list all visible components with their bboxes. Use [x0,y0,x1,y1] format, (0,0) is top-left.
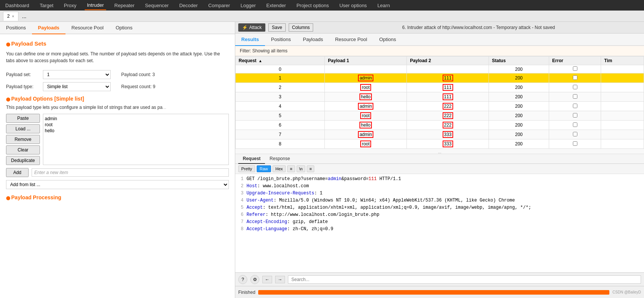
cell-request: 2 [236,83,325,92]
bottom-tab-request[interactable]: Request [238,154,265,164]
table-row[interactable]: 4 admin 222 200 [236,102,644,111]
payload-set-select[interactable]: 1 2 [43,70,111,79]
payload-editor: Paste Load ... Remove Clear Deduplicate … [6,114,229,165]
cell-error[interactable] [549,121,601,130]
right-tab-resource-pool[interactable]: Resource Pool [329,34,373,46]
right-tab-positions[interactable]: Positions [265,34,297,46]
nav-intruder[interactable]: Intruder [85,1,106,10]
left-content: Payload Sets You can define one or more … [0,34,235,298]
table-row[interactable]: 3 hello 111 200 [236,92,644,102]
save-button[interactable]: Save [268,23,285,32]
request-line-1: 1 GET /login_brute.php?username=admin&pa… [238,176,641,182]
table-row[interactable]: 7 admin 333 200 [236,130,644,139]
filter-bar: Filter: Showing all items [235,46,644,56]
bottom-tab-response[interactable]: Response [265,154,294,164]
col-error[interactable]: Error [549,57,601,65]
add-item-input[interactable] [32,168,229,177]
nav-extender[interactable]: Extender [264,1,288,10]
columns-button[interactable]: Columns [289,23,313,32]
fmt-raw[interactable]: Raw [257,165,271,172]
tab-2-label: 2 [7,14,10,19]
cell-error[interactable] [549,83,601,92]
payload-type-select[interactable]: Simple list Runtime file Custom iterator [43,82,111,91]
nav-decoder[interactable]: Decoder [177,1,200,10]
close-tab-2[interactable]: × [12,14,14,18]
nav-learn[interactable]: Learn [375,1,392,10]
cell-error[interactable] [549,92,601,102]
nav-repeater[interactable]: Repeater [112,1,137,10]
table-row[interactable]: 6 hello 222 200 [236,121,644,130]
right-tabs: Results Positions Payloads Resource Pool… [235,34,644,46]
nav-proxy[interactable]: Proxy [62,1,79,10]
cell-tim [601,130,644,139]
tab-more[interactable]: ... [18,12,30,21]
col-payload2[interactable]: Payload 2 [407,57,489,65]
tab-resource-pool[interactable]: Resource Pool [65,22,110,34]
nav-user-options[interactable]: User options [337,1,369,10]
cell-status: 200 [489,65,549,73]
tab-payloads[interactable]: Payloads [32,22,65,34]
nav-comparer[interactable]: Comparer [206,1,232,10]
search-input[interactable] [288,275,641,284]
table-row-selected[interactable]: 1 admin 111 200 [236,73,644,83]
cell-error[interactable] [549,65,601,73]
fmt-pretty[interactable]: Pretty [238,165,255,172]
clear-button[interactable]: Clear [6,145,40,154]
cell-status: 200 [489,102,549,111]
table-row[interactable]: 8 root 333 200 [236,139,644,149]
right-tab-results[interactable]: Results [235,34,265,46]
nav-dashboard[interactable]: Dashboard [3,1,32,10]
tab-options[interactable]: Options [110,22,139,34]
col-payload1[interactable]: Payload 1 [325,57,407,65]
cell-error[interactable] [549,73,601,83]
bottom-tabs: Request Response [235,154,644,164]
table-row[interactable]: 5 root 222 200 [236,111,644,121]
attack-label: Attack [249,25,262,30]
payload-buttons: Paste Load ... Remove Clear Deduplicate [6,114,40,165]
nav-sequencer[interactable]: Sequencer [143,1,171,10]
tab-2[interactable]: 2 × [3,12,18,21]
cell-error[interactable] [549,102,601,111]
add-from-list-select[interactable]: Add from list ... [6,180,229,189]
cell-error[interactable] [549,111,601,121]
cell-error[interactable] [549,130,601,139]
nav-target[interactable]: Target [38,1,56,10]
remove-button[interactable]: Remove [6,135,40,144]
forward-button[interactable]: → [275,276,285,283]
tab-positions[interactable]: Positions [0,22,32,34]
col-status[interactable]: Status [489,57,549,65]
nav-logger[interactable]: Logger [238,1,258,10]
left-panel: Positions Payloads Resource Pool Options… [0,22,235,298]
add-button[interactable]: Add [6,168,29,177]
col-tim[interactable]: Tim [601,57,644,65]
col-request[interactable]: Request ▲ [236,57,325,65]
nav-project-options[interactable]: Project options [294,1,331,10]
back-button[interactable]: ← [262,276,272,283]
cell-payload2: 111 [407,73,489,83]
payload-list: admin root hello [43,114,229,165]
right-tab-payloads[interactable]: Payloads [297,34,329,46]
load-button[interactable]: Load ... [6,124,40,133]
cell-payload1: hello [325,121,407,130]
right-tab-options[interactable]: Options [373,34,402,46]
table-row[interactable]: 0 200 [236,65,644,73]
payload-count-label: Payload count: 3 [121,72,155,77]
bottom-section: Request Response Pretty Raw Hex ≡ \n ≡ 1… [235,154,644,298]
deduplicate-button[interactable]: Deduplicate [6,156,40,165]
paste-button[interactable]: Paste [6,114,40,123]
fmt-newline-icon[interactable]: \n [297,165,305,172]
fmt-hex[interactable]: Hex [273,165,286,172]
fmt-wrap-icon[interactable]: ≡ [307,165,314,172]
cell-payload2: 111 [407,92,489,102]
fmt-render-icon[interactable]: ≡ [287,165,295,172]
cell-request: 8 [236,139,325,149]
cell-payload2: 222 [407,102,489,111]
payload-set-label: Payload set: [6,72,40,77]
attack-button[interactable]: ⚡ Attack [238,23,265,32]
settings-icon[interactable]: ⚙ [250,275,259,284]
cell-payload1: admin [325,130,407,139]
help-icon[interactable]: ? [238,275,247,284]
cell-error[interactable] [549,139,601,149]
cell-payload2 [407,65,489,73]
table-row[interactable]: 2 root 111 200 [236,83,644,92]
